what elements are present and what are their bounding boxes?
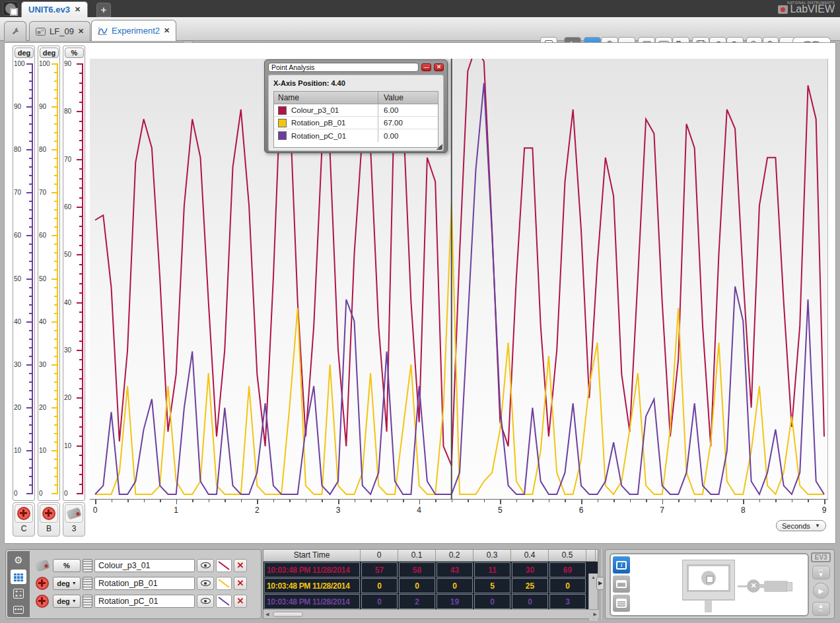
- dataset-name-field[interactable]: Colour_p3_01: [94, 559, 195, 572]
- x-axis-unit-label: Seconds: [782, 522, 810, 530]
- ev3-home-button[interactable]: [3, 1, 18, 16]
- resize-grip[interactable]: [437, 144, 442, 150]
- available-bricks-tab[interactable]: [613, 595, 630, 612]
- visibility-toggle[interactable]: [197, 559, 214, 572]
- document-tab-label: UNIT6.ev3: [28, 5, 70, 15]
- new-document-tab-button[interactable]: +: [96, 3, 111, 17]
- scrollbar-thumb[interactable]: [273, 612, 303, 617]
- port-button-colour-3[interactable]: 3: [63, 502, 85, 537]
- scale-ruler-icon[interactable]: [83, 595, 92, 608]
- ellipsis-icon: ▪▪▪: [13, 606, 24, 614]
- series-color-swatch: [278, 119, 287, 127]
- minimize-button[interactable]: —: [421, 63, 431, 71]
- brick-info-tab[interactable]: i: [613, 556, 630, 574]
- close-icon[interactable]: ✕: [75, 5, 81, 14]
- chevron-right-icon: ▶: [598, 580, 602, 586]
- graph-settings-button[interactable]: ⚙: [11, 553, 26, 568]
- disconnected-icon: ✕: [747, 579, 760, 593]
- start-time-cell: 10:03:48 PM 11/28/2014: [264, 562, 360, 577]
- delete-dataset-button[interactable]: ✕: [234, 559, 247, 572]
- value-cell: 2: [399, 594, 435, 609]
- upload-button[interactable]: ▲▪▪: [812, 602, 830, 616]
- dataset-name-field[interactable]: Rotation_pC_01: [94, 595, 195, 608]
- motor-icon: [34, 594, 51, 608]
- scroll-right-icon[interactable]: ▶: [594, 612, 597, 617]
- connection-line: [738, 585, 747, 587]
- x-axis: 0123456789: [90, 499, 828, 517]
- series-value: 67.00: [378, 119, 438, 127]
- port-view-tab[interactable]: [613, 575, 630, 593]
- series-name: Rotation_pB_01: [291, 119, 345, 127]
- upload-icon: ▲: [818, 604, 824, 608]
- y-scale-colour[interactable]: % 0102030405060708090: [63, 46, 85, 501]
- title-bar: UNIT6.ev3 ✕ + NATIONAL INSTRUMENTS LabVI…: [0, 0, 840, 17]
- program-tab-lf09[interactable]: LF_09 ✕: [29, 21, 90, 41]
- unit-select-button[interactable]: deg▼: [53, 595, 81, 608]
- series-line-Colour_p3_01: [95, 59, 824, 465]
- horizontal-scrollbar[interactable]: ◀ ▶: [263, 609, 599, 618]
- column-header: 0: [361, 550, 398, 562]
- delete-dataset-button[interactable]: ✕: [234, 577, 247, 590]
- chart-series-svg: [90, 59, 828, 499]
- line-style-button[interactable]: [216, 595, 232, 608]
- ev3-brand-badge: EV3: [811, 552, 831, 562]
- unit-select-button[interactable]: deg▼: [53, 577, 81, 590]
- download-button[interactable]: ▪▪▼: [812, 566, 830, 579]
- brick-info-icon: i: [616, 561, 627, 570]
- dataset-calculation-button[interactable]: + −× ÷: [11, 586, 26, 601]
- y-scale-rotation-b[interactable]: deg 0102030405060708090100: [38, 46, 60, 501]
- port-label: C: [13, 524, 34, 533]
- scroll-up-icon[interactable]: ▲: [591, 575, 596, 579]
- unit-select-button[interactable]: %▼: [53, 559, 81, 572]
- scale-ruler-icon[interactable]: [83, 577, 92, 590]
- port-view-icon: [616, 580, 627, 588]
- delete-dataset-button[interactable]: ✕: [234, 595, 247, 608]
- more-options-button[interactable]: ▪▪▪: [11, 603, 26, 617]
- scroll-left-icon[interactable]: ◀: [265, 612, 269, 617]
- visibility-toggle[interactable]: [197, 595, 214, 608]
- scale-ruler-icon[interactable]: [83, 559, 92, 572]
- dataset-name-field[interactable]: Rotation_pB_01: [94, 577, 195, 590]
- value-cell: 43: [437, 562, 473, 577]
- colour-sensor-icon: [66, 507, 81, 519]
- visibility-toggle[interactable]: [197, 577, 214, 590]
- column-header: 0.5: [549, 550, 586, 562]
- x-axis-unit-dropdown[interactable]: Seconds ▼: [776, 520, 826, 531]
- run-button[interactable]: ▶: [813, 583, 829, 598]
- y-scale-unit-button[interactable]: %: [65, 48, 84, 58]
- motor-icon: [42, 507, 55, 520]
- close-icon[interactable]: ✕: [78, 27, 84, 36]
- chart-plot-area[interactable]: [90, 59, 828, 499]
- table-body[interactable]: 10:03:48 PM 11/28/2014 57 58 43 11 30 69…: [263, 562, 598, 609]
- panel-collapse-handle[interactable]: ▶: [596, 577, 604, 590]
- wrench-icon: [11, 26, 20, 37]
- dataset-table-button[interactable]: [11, 570, 26, 584]
- point-analysis-row: Rotation_pC_01 0.00: [274, 129, 438, 142]
- value-cell: 57: [361, 562, 398, 577]
- line-style-button[interactable]: [216, 577, 232, 590]
- labview-brand: NATIONAL INSTRUMENTS LabVIEW: [775, 1, 835, 15]
- line-style-button[interactable]: [216, 559, 232, 572]
- y-scale-unit-button[interactable]: deg: [40, 48, 59, 58]
- program-tab-label: LF_09: [50, 26, 74, 36]
- gear-icon: ⚙: [14, 554, 22, 566]
- download-icon: ▼: [818, 573, 824, 577]
- port-button-motor-b[interactable]: B: [38, 502, 60, 537]
- close-icon[interactable]: ✕: [164, 26, 170, 35]
- point-analysis-window[interactable]: Point Analysis — ✕ X-Axis Position: 4.40…: [264, 59, 448, 153]
- y-scale-unit-button[interactable]: deg: [15, 48, 34, 58]
- value-cell: 0: [549, 578, 586, 593]
- start-time-cell: 10:03:48 PM 11/28/2014: [264, 594, 360, 609]
- port-button-motor-c[interactable]: C: [13, 502, 35, 537]
- experiment-tab[interactable]: Experiment2 ✕: [91, 20, 176, 41]
- toolbar-row: LF_09 ✕ Experiment2 ✕ +: [0, 17, 840, 41]
- y-scale-rotation-c[interactable]: deg 0102030405060708090100: [13, 46, 35, 501]
- document-tab-unit6[interactable]: UNIT6.ev3 ✕: [21, 1, 88, 17]
- tools-wrench-tab[interactable]: [4, 21, 26, 41]
- point-analysis-title[interactable]: Point Analysis: [268, 63, 419, 72]
- port-label: B: [38, 524, 59, 533]
- value-cell: 0: [361, 578, 398, 593]
- close-button[interactable]: ✕: [434, 63, 444, 71]
- value-cell: 69: [549, 562, 586, 577]
- point-analysis-row: Rotation_pB_01 67.00: [274, 117, 438, 129]
